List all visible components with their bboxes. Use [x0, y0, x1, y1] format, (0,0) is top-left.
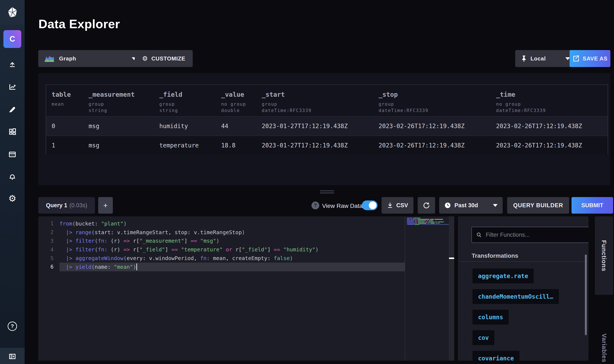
dashboard-grid-icon: [8, 127, 17, 136]
functions-scrollbar[interactable]: [585, 255, 587, 335]
query-duration: (0.03s): [70, 202, 87, 209]
submit-button[interactable]: SUBMIT: [572, 197, 613, 214]
code-token: ==: [274, 247, 280, 253]
calendar-icon: [8, 150, 17, 159]
code-token: (: [72, 221, 75, 227]
table-cell: 2023-02-26T17:12:19.438Z: [373, 142, 490, 149]
line-number: 5: [38, 254, 56, 263]
sidebar-item-tasks[interactable]: [8, 150, 17, 159]
code-token: (: [92, 264, 95, 270]
scope-dropdown[interactable]: Local: [515, 50, 575, 67]
column-name: table: [52, 91, 83, 98]
save-as-button[interactable]: SAVE AS: [570, 50, 610, 67]
table-cell: msg: [83, 123, 154, 130]
sidebar-item-load-data[interactable]: [8, 59, 17, 68]
code-token: |> filter: [66, 247, 95, 253]
line-number: 3: [38, 237, 56, 246]
code-token: ): [124, 221, 127, 227]
download-icon: [387, 202, 393, 209]
view-type-dropdown[interactable]: Graph: [38, 50, 142, 67]
code-token: |> aggregateWindow: [66, 255, 124, 261]
influxdb-logo[interactable]: [0, 0, 25, 25]
avatar[interactable]: C: [3, 30, 21, 48]
page-title: Data Explorer: [39, 17, 120, 31]
customize-label: CUSTOMIZE: [151, 55, 185, 62]
raw-data-help-icon[interactable]: ?: [311, 202, 319, 209]
code-token: "humidity": [283, 247, 316, 253]
editor-panel-divider[interactable]: [449, 216, 454, 361]
code-line: from(bucket: "plant"): [59, 219, 405, 228]
save-as-label: SAVE AS: [583, 55, 608, 62]
function-item[interactable]: chandeMomentumOscill…: [473, 289, 559, 304]
code-token: "_measurement": [139, 238, 184, 244]
query-tab[interactable]: Query 1 (0.03s): [38, 197, 95, 214]
line-number: 2: [38, 228, 56, 237]
column-type: double: [221, 108, 256, 113]
code-token: ==: [171, 247, 178, 253]
code-token: [178, 247, 181, 253]
column-name: _measurement: [89, 91, 154, 98]
table-cell: 2023-02-26T17:12:19.438Z: [490, 123, 608, 130]
functions-panel: Transformations aggregate.ratechandeMome…: [458, 216, 588, 361]
table-cell: 18.8: [216, 142, 256, 149]
sidebar-expand-button[interactable]: [8, 352, 17, 361]
code-token: or: [226, 247, 232, 253]
time-range-dropdown[interactable]: Past 30d: [439, 197, 503, 214]
table-cell: 2023-02-26T17:12:19.438Z: [490, 142, 608, 149]
sidebar-item-dashboards[interactable]: [8, 127, 17, 136]
code-token: (: [95, 247, 98, 253]
code-token: every: v.windowPeriod,: [127, 255, 200, 261]
code-token: ): [290, 255, 293, 261]
code-token: "mean": [114, 264, 133, 270]
function-item[interactable]: covariance: [473, 351, 519, 361]
refresh-button[interactable]: [418, 197, 435, 214]
editor-minimap[interactable]: [407, 218, 449, 225]
upload-icon: [8, 59, 17, 68]
sidebar-item-alerts[interactable]: [8, 172, 17, 181]
editor-minimap-divider: [405, 216, 405, 361]
divider-grip[interactable]: [449, 258, 454, 259]
tab-functions[interactable]: Functions: [595, 216, 613, 295]
sidebar-item-data-explorer[interactable]: [8, 82, 17, 91]
sidebar-item-help[interactable]: ?: [8, 322, 17, 331]
customize-button[interactable]: ⚙ CUSTOMIZE: [135, 50, 193, 67]
search-input[interactable]: [485, 231, 586, 238]
expand-panel-icon: [8, 352, 17, 361]
csv-download-button[interactable]: CSV: [382, 197, 413, 214]
side-tab-label: Functions: [601, 240, 608, 271]
add-query-button[interactable]: +: [98, 197, 113, 214]
column-group: group: [262, 102, 373, 107]
section-divider: [459, 261, 588, 262]
column-type: dateTime:RFC3339: [496, 108, 608, 113]
panel-resize-handle[interactable]: [320, 190, 334, 195]
code-token: ]: [184, 238, 191, 244]
chevron-down-icon: [493, 204, 498, 207]
sidebar-item-notebooks[interactable]: [8, 104, 17, 114]
column-header: _measurementgroupstring: [83, 85, 154, 116]
query-builder-button[interactable]: QUERY BUILDER: [507, 197, 569, 214]
column-header: _stopgroupdateTime:RFC3339: [373, 85, 490, 116]
raw-data-table: tablemean_measurementgroupstring_fieldgr…: [46, 84, 608, 154]
export-icon: [572, 55, 579, 62]
code-token: [59, 255, 66, 261]
function-item[interactable]: aggregate.rate: [473, 269, 534, 283]
view-raw-data-toggle[interactable]: [362, 200, 377, 210]
code-token: [197, 238, 200, 244]
editor-code[interactable]: from(bucket: "plant") |> range(start: v.…: [59, 219, 405, 271]
sidebar-item-settings[interactable]: ⚙: [8, 194, 17, 203]
results-panel: tablemean_measurementgroupstring_fieldgr…: [38, 73, 610, 185]
code-token: =>: [124, 238, 130, 244]
function-item[interactable]: columns: [473, 310, 509, 325]
table-cell: temperature: [154, 142, 216, 149]
code-token: |> filter: [66, 238, 95, 244]
time-range-label: Past 30d: [454, 202, 478, 209]
code-token: (: [124, 255, 127, 261]
code-token: r[: [232, 247, 242, 253]
tab-variables[interactable]: Variables: [595, 314, 613, 364]
filter-functions-searchbox[interactable]: [472, 227, 588, 243]
scope-label: Local: [530, 55, 546, 62]
pencil-icon: [8, 104, 17, 114]
function-item[interactable]: cov: [473, 330, 494, 345]
results-table-header: tablemean_measurementgroupstring_fieldgr…: [46, 85, 608, 116]
code-token: (: [95, 238, 98, 244]
